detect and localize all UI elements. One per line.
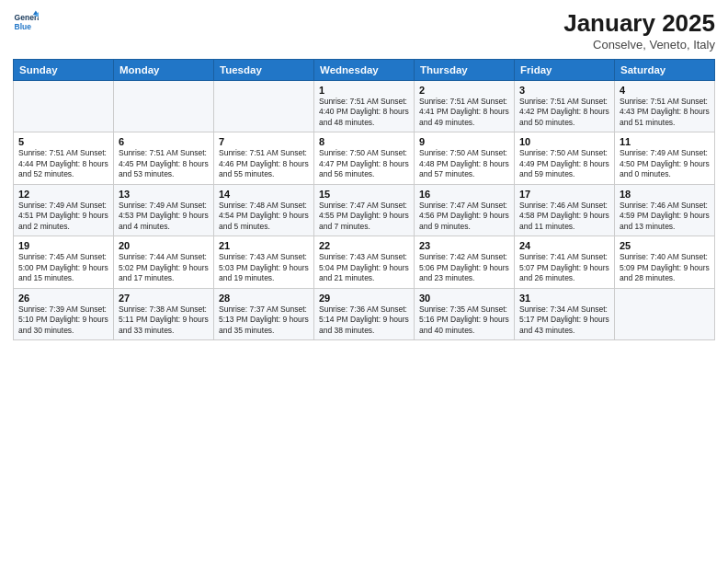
table-row: 31Sunrise: 7:34 AM Sunset: 5:17 PM Dayli… [515, 288, 615, 339]
day-info: Sunrise: 7:34 AM Sunset: 5:17 PM Dayligh… [519, 304, 609, 336]
day-info: Sunrise: 7:49 AM Sunset: 4:53 PM Dayligh… [119, 201, 209, 232]
day-number: 16 [419, 189, 509, 200]
day-info: Sunrise: 7:51 AM Sunset: 4:46 PM Dayligh… [219, 148, 309, 179]
table-row: 17Sunrise: 7:46 AM Sunset: 4:58 PM Dayli… [515, 184, 615, 236]
day-number: 27 [119, 293, 209, 304]
table-row: 27Sunrise: 7:38 AM Sunset: 5:11 PM Dayli… [114, 288, 214, 339]
table-row: 1Sunrise: 7:51 AM Sunset: 4:40 PM Daylig… [314, 81, 415, 132]
day-number: 31 [519, 293, 609, 304]
day-info: Sunrise: 7:51 AM Sunset: 4:41 PM Dayligh… [419, 97, 509, 128]
table-row: 2Sunrise: 7:51 AM Sunset: 4:41 PM Daylig… [415, 81, 515, 132]
day-number: 2 [419, 85, 509, 96]
logo-icon: General Blue [13, 9, 39, 35]
day-number: 19 [18, 240, 108, 251]
col-monday: Monday [114, 60, 214, 81]
day-number: 26 [18, 293, 108, 304]
day-number: 20 [119, 240, 209, 251]
day-number: 6 [119, 136, 209, 147]
day-number: 21 [219, 240, 309, 251]
table-row: 26Sunrise: 7:39 AM Sunset: 5:10 PM Dayli… [14, 288, 114, 339]
day-info: Sunrise: 7:47 AM Sunset: 4:55 PM Dayligh… [319, 201, 409, 232]
day-number: 5 [18, 136, 108, 147]
day-number: 23 [419, 240, 509, 251]
day-number: 30 [419, 293, 509, 304]
week-row-4: 19Sunrise: 7:45 AM Sunset: 5:00 PM Dayli… [14, 236, 715, 288]
table-row: 15Sunrise: 7:47 AM Sunset: 4:55 PM Dayli… [314, 184, 415, 236]
day-number: 22 [319, 240, 409, 251]
col-thursday: Thursday [415, 60, 515, 81]
week-row-1: 1Sunrise: 7:51 AM Sunset: 4:40 PM Daylig… [14, 81, 715, 132]
week-row-5: 26Sunrise: 7:39 AM Sunset: 5:10 PM Dayli… [14, 288, 715, 339]
day-number: 25 [620, 240, 710, 251]
table-row: 11Sunrise: 7:49 AM Sunset: 4:50 PM Dayli… [615, 132, 715, 184]
day-info: Sunrise: 7:35 AM Sunset: 5:16 PM Dayligh… [419, 304, 509, 336]
table-row: 22Sunrise: 7:43 AM Sunset: 5:04 PM Dayli… [314, 236, 415, 288]
table-row: 4Sunrise: 7:51 AM Sunset: 4:43 PM Daylig… [615, 81, 715, 132]
table-row [114, 81, 214, 132]
svg-text:Blue: Blue [15, 22, 32, 31]
day-info: Sunrise: 7:49 AM Sunset: 4:50 PM Dayligh… [620, 148, 710, 179]
day-number: 10 [519, 136, 609, 147]
table-row: 13Sunrise: 7:49 AM Sunset: 4:53 PM Dayli… [114, 184, 214, 236]
table-row: 29Sunrise: 7:36 AM Sunset: 5:14 PM Dayli… [314, 288, 415, 339]
day-info: Sunrise: 7:43 AM Sunset: 5:03 PM Dayligh… [219, 252, 309, 283]
day-info: Sunrise: 7:51 AM Sunset: 4:40 PM Dayligh… [319, 97, 409, 128]
day-number: 8 [319, 136, 409, 147]
day-number: 11 [620, 136, 710, 147]
day-info: Sunrise: 7:51 AM Sunset: 4:42 PM Dayligh… [519, 97, 609, 128]
table-row: 12Sunrise: 7:49 AM Sunset: 4:51 PM Dayli… [14, 184, 114, 236]
header-row: Sunday Monday Tuesday Wednesday Thursday… [14, 60, 715, 81]
table-row: 9Sunrise: 7:50 AM Sunset: 4:48 PM Daylig… [415, 132, 515, 184]
day-info: Sunrise: 7:39 AM Sunset: 5:10 PM Dayligh… [18, 304, 108, 336]
table-row: 16Sunrise: 7:47 AM Sunset: 4:56 PM Dayli… [415, 184, 515, 236]
table-row: 5Sunrise: 7:51 AM Sunset: 4:44 PM Daylig… [14, 132, 114, 184]
logo: General Blue [13, 9, 39, 35]
day-info: Sunrise: 7:40 AM Sunset: 5:09 PM Dayligh… [620, 252, 710, 283]
day-info: Sunrise: 7:46 AM Sunset: 4:58 PM Dayligh… [519, 201, 609, 232]
week-row-2: 5Sunrise: 7:51 AM Sunset: 4:44 PM Daylig… [14, 132, 715, 184]
table-row: 25Sunrise: 7:40 AM Sunset: 5:09 PM Dayli… [615, 236, 715, 288]
day-number: 9 [419, 136, 509, 147]
month-title: January 2025 [563, 9, 715, 38]
title-area: January 2025 Conselve, Veneto, Italy [563, 9, 715, 52]
day-number: 14 [219, 189, 309, 200]
day-info: Sunrise: 7:47 AM Sunset: 4:56 PM Dayligh… [419, 201, 509, 232]
day-info: Sunrise: 7:46 AM Sunset: 4:59 PM Dayligh… [620, 201, 710, 232]
day-info: Sunrise: 7:51 AM Sunset: 4:43 PM Dayligh… [620, 97, 710, 128]
day-number: 4 [620, 85, 710, 96]
header: General Blue January 2025 Conselve, Vene… [13, 9, 715, 52]
table-row: 30Sunrise: 7:35 AM Sunset: 5:16 PM Dayli… [415, 288, 515, 339]
table-row: 21Sunrise: 7:43 AM Sunset: 5:03 PM Dayli… [214, 236, 314, 288]
table-row: 14Sunrise: 7:48 AM Sunset: 4:54 PM Dayli… [214, 184, 314, 236]
table-row: 3Sunrise: 7:51 AM Sunset: 4:42 PM Daylig… [515, 81, 615, 132]
day-number: 29 [319, 293, 409, 304]
day-info: Sunrise: 7:51 AM Sunset: 4:44 PM Dayligh… [18, 148, 108, 179]
subtitle: Conselve, Veneto, Italy [563, 38, 715, 52]
day-info: Sunrise: 7:50 AM Sunset: 4:49 PM Dayligh… [519, 148, 609, 179]
col-friday: Friday [515, 60, 615, 81]
table-row: 19Sunrise: 7:45 AM Sunset: 5:00 PM Dayli… [14, 236, 114, 288]
day-info: Sunrise: 7:37 AM Sunset: 5:13 PM Dayligh… [219, 304, 309, 336]
day-info: Sunrise: 7:38 AM Sunset: 5:11 PM Dayligh… [119, 304, 209, 336]
day-info: Sunrise: 7:45 AM Sunset: 5:00 PM Dayligh… [18, 252, 108, 283]
day-info: Sunrise: 7:42 AM Sunset: 5:06 PM Dayligh… [419, 252, 509, 283]
table-row [14, 81, 114, 132]
day-number: 13 [119, 189, 209, 200]
day-number: 18 [620, 189, 710, 200]
day-info: Sunrise: 7:41 AM Sunset: 5:07 PM Dayligh… [519, 252, 609, 283]
day-number: 24 [519, 240, 609, 251]
day-info: Sunrise: 7:50 AM Sunset: 4:48 PM Dayligh… [419, 148, 509, 179]
table-row: 7Sunrise: 7:51 AM Sunset: 4:46 PM Daylig… [214, 132, 314, 184]
col-tuesday: Tuesday [214, 60, 314, 81]
calendar: Sunday Monday Tuesday Wednesday Thursday… [13, 59, 715, 340]
table-row: 28Sunrise: 7:37 AM Sunset: 5:13 PM Dayli… [214, 288, 314, 339]
week-row-3: 12Sunrise: 7:49 AM Sunset: 4:51 PM Dayli… [14, 184, 715, 236]
table-row [214, 81, 314, 132]
day-info: Sunrise: 7:36 AM Sunset: 5:14 PM Dayligh… [319, 304, 409, 336]
day-info: Sunrise: 7:49 AM Sunset: 4:51 PM Dayligh… [18, 201, 108, 232]
table-row: 10Sunrise: 7:50 AM Sunset: 4:49 PM Dayli… [515, 132, 615, 184]
day-number: 15 [319, 189, 409, 200]
day-number: 7 [219, 136, 309, 147]
day-number: 3 [519, 85, 609, 96]
day-number: 17 [519, 189, 609, 200]
